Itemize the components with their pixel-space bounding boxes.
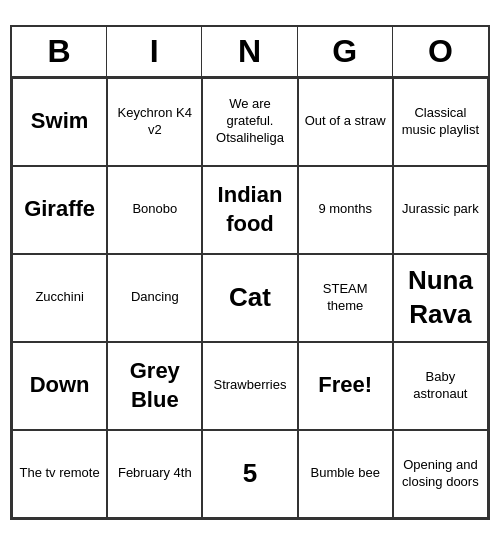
bingo-cell: Down xyxy=(12,342,107,430)
bingo-cell: Nuna Rava xyxy=(393,254,488,342)
header-letter: B xyxy=(12,27,107,76)
bingo-cell: Opening and closing doors xyxy=(393,430,488,518)
bingo-cell: The tv remote xyxy=(12,430,107,518)
header-letter: N xyxy=(202,27,297,76)
bingo-cell: Zucchini xyxy=(12,254,107,342)
bingo-grid: SwimKeychron K4 v2We are grateful. Otsal… xyxy=(12,78,488,518)
bingo-cell: February 4th xyxy=(107,430,202,518)
bingo-cell: Bonobo xyxy=(107,166,202,254)
bingo-cell: Free! xyxy=(298,342,393,430)
bingo-cell: 9 months xyxy=(298,166,393,254)
bingo-cell: Jurassic park xyxy=(393,166,488,254)
bingo-cell: Indian food xyxy=(202,166,297,254)
bingo-cell: Bumble bee xyxy=(298,430,393,518)
bingo-cell: STEAM theme xyxy=(298,254,393,342)
bingo-cell: Swim xyxy=(12,78,107,166)
bingo-cell: Baby astronaut xyxy=(393,342,488,430)
header-letter: I xyxy=(107,27,202,76)
bingo-cell: Out of a straw xyxy=(298,78,393,166)
bingo-card: BINGO SwimKeychron K4 v2We are grateful.… xyxy=(10,25,490,520)
bingo-header: BINGO xyxy=(12,27,488,78)
bingo-cell: Giraffe xyxy=(12,166,107,254)
bingo-cell: Grey Blue xyxy=(107,342,202,430)
bingo-cell: Classical music playlist xyxy=(393,78,488,166)
bingo-cell: Strawberries xyxy=(202,342,297,430)
bingo-cell: Dancing xyxy=(107,254,202,342)
bingo-cell: Cat xyxy=(202,254,297,342)
header-letter: G xyxy=(298,27,393,76)
bingo-cell: We are grateful. Otsaliheliga xyxy=(202,78,297,166)
bingo-cell: Keychron K4 v2 xyxy=(107,78,202,166)
bingo-cell: 5 xyxy=(202,430,297,518)
header-letter: O xyxy=(393,27,488,76)
